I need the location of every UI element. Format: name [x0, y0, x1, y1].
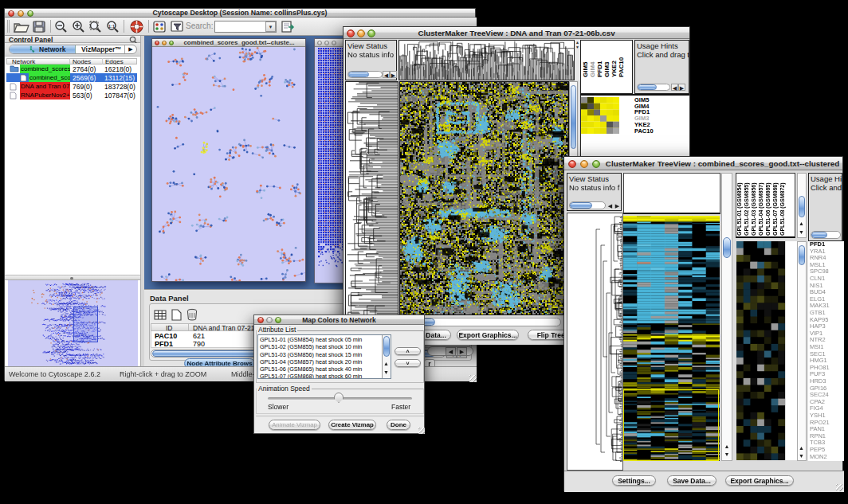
svg-text:1:1: 1:1 — [108, 24, 115, 29]
